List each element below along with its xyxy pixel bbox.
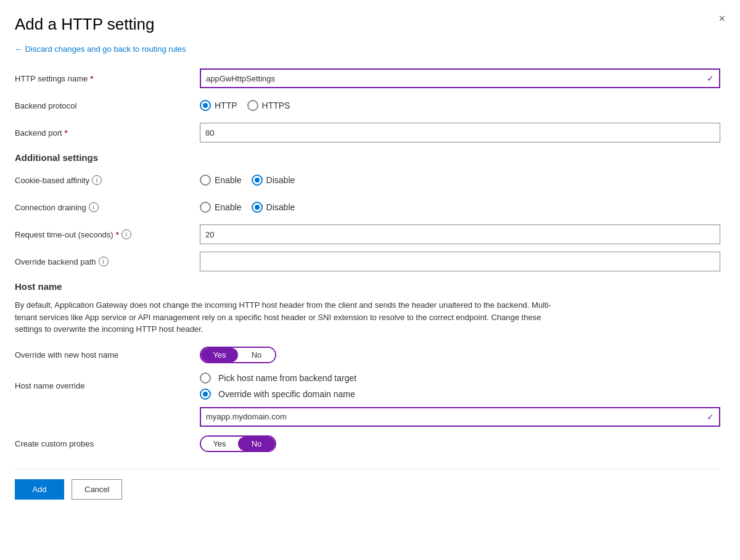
backend-port-star: *	[65, 128, 68, 138]
connection-draining-label: Connection draining i	[15, 202, 200, 212]
request-timeout-info-icon[interactable]: i	[121, 229, 131, 239]
protocol-https-option[interactable]: HTTPS	[247, 100, 290, 111]
override-hostname-row: Override with new host name Yes No	[15, 345, 720, 365]
backend-port-input[interactable]	[200, 123, 720, 142]
affinity-disable-option[interactable]: Disable	[252, 175, 295, 186]
affinity-enable-option[interactable]: Enable	[200, 175, 242, 186]
cookie-affinity-group: Enable Disable	[200, 175, 720, 186]
cookie-affinity-info-icon[interactable]: i	[92, 175, 102, 185]
custom-probes-label: Create custom probes	[15, 439, 200, 448]
backend-port-wrapper	[200, 123, 720, 142]
additional-settings-title: Additional settings	[15, 152, 720, 163]
custom-probes-toggle: Yes No	[200, 435, 276, 452]
host-name-description: By default, Application Gateway does not…	[15, 299, 570, 336]
backend-port-label: Backend port *	[15, 128, 200, 138]
override-specific-radio[interactable]	[200, 389, 211, 400]
connection-draining-group: Enable Disable	[200, 202, 720, 213]
draining-disable-radio[interactable]	[252, 202, 263, 213]
override-specific-option[interactable]: Override with specific domain name	[200, 389, 720, 400]
draining-enable-radio[interactable]	[200, 202, 211, 213]
panel: Add a HTTP setting × ← Discard changes a…	[0, 0, 740, 514]
hostname-input-row	[15, 407, 720, 427]
override-backend-path-label: Override backend path i	[15, 257, 200, 266]
http-settings-name-label: HTTP settings name *	[15, 74, 200, 83]
page-title: Add a HTTP setting	[15, 15, 720, 34]
host-name-override-label: Host name override	[15, 381, 200, 390]
override-hostname-yes-button[interactable]: Yes	[201, 348, 238, 362]
backend-port-row: Backend port *	[15, 123, 720, 142]
custom-probes-toggle-wrapper: Yes No	[200, 435, 720, 452]
footer: Add Cancel	[15, 469, 720, 500]
protocol-https-radio[interactable]	[247, 100, 258, 111]
override-hostname-toggle: Yes No	[200, 347, 276, 363]
override-hostname-toggle-wrapper: Yes No	[200, 347, 720, 363]
request-timeout-row: Request time-out (seconds) * i	[15, 224, 720, 244]
http-settings-name-wrapper	[200, 68, 720, 88]
http-settings-name-row: HTTP settings name *	[15, 68, 720, 88]
draining-disable-option[interactable]: Disable	[252, 202, 295, 213]
pick-hostname-radio[interactable]	[200, 373, 211, 384]
hostname-input-wrapper	[200, 407, 720, 427]
close-button[interactable]: ×	[718, 12, 725, 25]
request-timeout-star: *	[116, 230, 119, 239]
protocol-http-option[interactable]: HTTP	[200, 100, 237, 111]
request-timeout-input[interactable]	[200, 224, 720, 244]
add-button[interactable]: Add	[15, 479, 64, 500]
connection-draining-row: Connection draining i Enable Disable	[15, 197, 720, 217]
required-star: *	[90, 74, 93, 83]
hostname-override-input[interactable]	[200, 407, 720, 427]
host-name-override-options: Pick host name from backend target Overr…	[200, 373, 720, 400]
backend-protocol-group: HTTP HTTPS	[200, 100, 720, 111]
cancel-button[interactable]: Cancel	[72, 479, 122, 500]
affinity-disable-radio[interactable]	[252, 175, 263, 186]
request-timeout-wrapper	[200, 224, 720, 244]
custom-probes-yes-button[interactable]: Yes	[201, 437, 238, 451]
request-timeout-label: Request time-out (seconds) * i	[15, 229, 200, 239]
host-name-title: Host name	[15, 281, 720, 292]
host-name-override-row: Host name override Pick host name from b…	[15, 373, 720, 400]
connection-draining-info-icon[interactable]: i	[89, 202, 99, 212]
cookie-affinity-row: Cookie-based affinity i Enable Disable	[15, 170, 720, 190]
pick-hostname-option[interactable]: Pick host name from backend target	[200, 373, 720, 384]
draining-enable-option[interactable]: Enable	[200, 202, 242, 213]
custom-probes-no-button[interactable]: No	[238, 437, 275, 451]
backend-protocol-label: Backend protocol	[15, 101, 200, 110]
override-backend-path-input[interactable]	[200, 252, 720, 271]
override-hostname-no-button[interactable]: No	[238, 348, 275, 362]
override-hostname-label: Override with new host name	[15, 350, 200, 360]
custom-probes-row: Create custom probes Yes No	[15, 434, 720, 454]
http-settings-name-input[interactable]	[200, 68, 720, 88]
backend-protocol-row: Backend protocol HTTP HTTPS	[15, 96, 720, 115]
protocol-http-radio[interactable]	[200, 100, 211, 111]
affinity-enable-radio[interactable]	[200, 175, 211, 186]
back-link[interactable]: ← Discard changes and go back to routing…	[15, 44, 186, 54]
override-backend-path-row: Override backend path i	[15, 252, 720, 271]
cookie-affinity-label: Cookie-based affinity i	[15, 175, 200, 185]
override-backend-info-icon[interactable]: i	[99, 257, 109, 266]
override-backend-path-wrapper	[200, 252, 720, 271]
